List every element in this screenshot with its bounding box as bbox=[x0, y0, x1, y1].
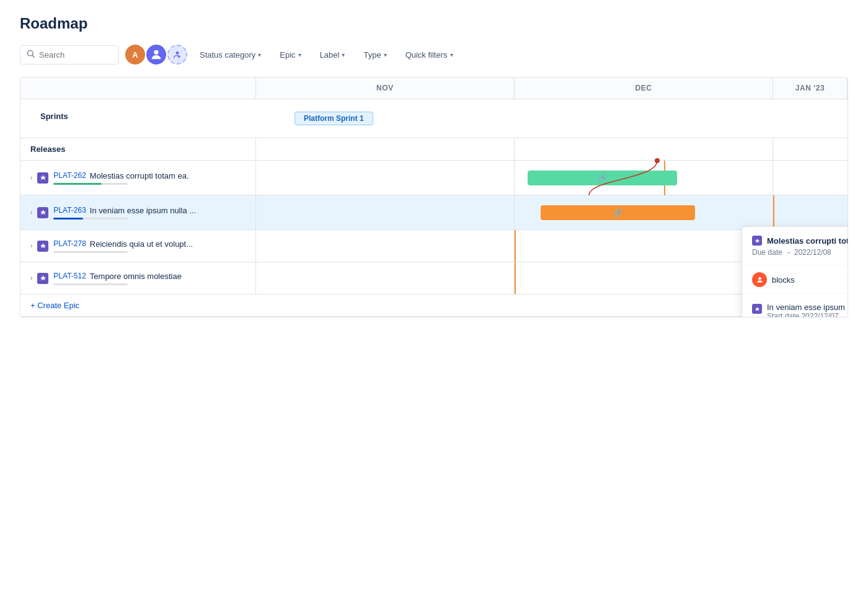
tooltip-blocks-row: blocks ⛓ bbox=[742, 266, 848, 294]
blocks-row-left: blocks bbox=[752, 272, 795, 287]
epic-row-plat-512: › PLAT-512 Tempore omnis molestiae bbox=[20, 262, 848, 295]
timeline-col-dec: DEC bbox=[515, 78, 773, 99]
epic-left-plat-278: › PLAT-278 Reiciendis quia ut et volupt.… bbox=[20, 230, 256, 262]
timeline-col-nov: NOV bbox=[256, 78, 515, 99]
epic-info-plat-262: PLAT-262 Molestias corrupti totam ea. bbox=[53, 171, 188, 185]
epic-row-plat-263: › PLAT-263 In veniam esse ipsum nulla ..… bbox=[20, 195, 848, 230]
filter-label[interactable]: Label ▾ bbox=[314, 47, 352, 63]
epic-info-plat-278: PLAT-278 Reiciendis quia ut et volupt... bbox=[53, 239, 193, 253]
releases-cell-jan bbox=[773, 138, 848, 160]
avatar-group: A bbox=[125, 45, 187, 64]
releases-cell-nov bbox=[256, 138, 515, 160]
due-date-arrow: → bbox=[785, 249, 792, 256]
expand-icon-plat-512[interactable]: › bbox=[30, 275, 32, 282]
epic-row-plat-278: › PLAT-278 Reiciendis quia ut et volupt.… bbox=[20, 230, 848, 262]
epic-left-plat-262: › PLAT-262 Molestias corrupti totam ea. bbox=[20, 161, 256, 195]
epic-info-plat-512: PLAT-512 Tempore omnis molestiae bbox=[53, 272, 182, 285]
progress-fill-plat-263 bbox=[53, 218, 83, 220]
tooltip-first-title: Molestias corrupti totam ea. bbox=[767, 236, 848, 246]
tooltip-second-info: In veniam esse ipsum nulla est c... Star… bbox=[767, 303, 848, 317]
releases-row: Releases bbox=[20, 138, 848, 161]
chevron-down-icon: ▾ bbox=[450, 51, 453, 58]
page-title: Roadmap bbox=[20, 15, 848, 32]
epic-id-plat-512[interactable]: PLAT-512 bbox=[53, 272, 86, 280]
chevron-down-icon: ▾ bbox=[258, 51, 261, 58]
gantt-bar-green-262[interactable]: 🔗 bbox=[528, 171, 677, 185]
link-icon-263: 🔗 bbox=[613, 208, 622, 217]
filter-epic[interactable]: Epic ▾ bbox=[273, 47, 307, 63]
search-box[interactable] bbox=[20, 45, 119, 64]
svg-point-2 bbox=[154, 50, 158, 55]
chevron-down-icon: ▾ bbox=[384, 51, 387, 58]
tooltip-second-title: In veniam esse ipsum nulla est c... bbox=[767, 303, 848, 312]
epic-cell-dec-278 bbox=[515, 230, 773, 262]
tooltip-popup: Molestias corrupti totam ea. Due date → … bbox=[742, 226, 848, 317]
timeline-header: NOV DEC JAN '23 bbox=[20, 78, 848, 99]
create-epic-label[interactable]: + Create Epic bbox=[30, 301, 79, 310]
tooltip-first-meta: Due date → 2022/12/08 bbox=[752, 248, 848, 257]
v-line-dec-512 bbox=[515, 262, 516, 294]
progress-bar-plat-278 bbox=[53, 251, 128, 253]
toolbar: A Status category ▾ Epic ▾ Label ▾ Type … bbox=[20, 45, 848, 64]
sprints-row: Sprints Platform Sprint 1 bbox=[20, 99, 848, 138]
v-line-dec-278 bbox=[515, 230, 516, 262]
epic-icon-plat-512 bbox=[37, 273, 48, 284]
expand-icon-plat-263[interactable]: › bbox=[30, 209, 32, 216]
tooltip-second-header: In veniam esse ipsum nulla est c... Star… bbox=[752, 303, 848, 317]
epic-id-plat-278[interactable]: PLAT-278 bbox=[53, 239, 86, 248]
roadmap-page: Roadmap A Status bbox=[0, 0, 868, 332]
tooltip-second-date: Start date 2022/12/07 bbox=[767, 312, 848, 317]
svg-line-1 bbox=[32, 55, 34, 57]
epic-icon-plat-263 bbox=[37, 207, 48, 218]
gantt-bar-orange-263[interactable]: 🔗 bbox=[541, 205, 696, 220]
progress-fill-plat-262 bbox=[53, 183, 102, 185]
vertical-orange-line bbox=[773, 195, 774, 229]
timeline-col-items bbox=[20, 78, 256, 99]
tooltip-second-epic: In veniam esse ipsum nulla est c... Star… bbox=[742, 294, 848, 317]
blocks-icon bbox=[752, 272, 767, 287]
chevron-down-icon: ▾ bbox=[342, 51, 345, 58]
epic-cell-nov-263 bbox=[256, 195, 515, 229]
timeline-col-jan: JAN '23 bbox=[773, 78, 848, 99]
epic-info-plat-263: PLAT-263 In veniam esse ipsum nulla ... bbox=[53, 206, 196, 220]
epic-cell-dec-263: 🔗 Molestias corrupti totam ea. Due bbox=[515, 195, 773, 229]
avatar-1[interactable]: A bbox=[125, 45, 145, 64]
epic-left-plat-512: › PLAT-512 Tempore omnis molestiae bbox=[20, 262, 256, 294]
avatar-add[interactable] bbox=[167, 45, 187, 64]
link-icon-262: 🔗 bbox=[598, 174, 607, 182]
epic-id-plat-262[interactable]: PLAT-262 bbox=[53, 171, 86, 180]
progress-fill-plat-512 bbox=[53, 283, 76, 285]
epic-row-plat-262: › PLAT-262 Molestias corrupti totam ea. bbox=[20, 161, 848, 195]
epic-title-plat-278: Reiciendis quia ut et volupt... bbox=[90, 239, 193, 249]
due-date-label: Due date bbox=[752, 248, 782, 257]
epic-cell-nov-278 bbox=[256, 230, 515, 262]
releases-label: Releases bbox=[20, 138, 256, 160]
tooltip-first-epic: Molestias corrupti totam ea. Due date → … bbox=[742, 227, 848, 266]
epic-cell-jan-262 bbox=[773, 161, 848, 195]
chevron-down-icon: ▾ bbox=[298, 51, 301, 58]
expand-icon-plat-278[interactable]: › bbox=[30, 242, 32, 249]
epic-cell-nov-512 bbox=[256, 262, 515, 294]
create-epic-row[interactable]: + Create Epic bbox=[20, 295, 848, 317]
progress-bar-plat-262 bbox=[53, 183, 128, 185]
epic-cell-dec-512 bbox=[515, 262, 773, 294]
epic-title-plat-263: In veniam esse ipsum nulla ... bbox=[90, 206, 196, 215]
filter-quick-filters[interactable]: Quick filters ▾ bbox=[399, 47, 459, 63]
epic-cell-dec-262: 🔗 bbox=[515, 161, 773, 195]
filter-type[interactable]: Type ▾ bbox=[357, 47, 392, 63]
expand-icon-plat-262[interactable]: › bbox=[30, 174, 32, 181]
sprint-chip[interactable]: Platform Sprint 1 bbox=[294, 112, 373, 125]
epic-cell-nov-262 bbox=[256, 161, 515, 195]
epic-cell-jan-263 bbox=[773, 195, 848, 229]
filter-status-category[interactable]: Status category ▾ bbox=[193, 47, 267, 63]
tooltip-first-header: Molestias corrupti totam ea. bbox=[752, 236, 848, 246]
search-input[interactable] bbox=[39, 50, 112, 60]
epic-title-plat-512: Tempore omnis molestiae bbox=[90, 272, 182, 281]
epic-left-plat-263: › PLAT-263 In veniam esse ipsum nulla ..… bbox=[20, 195, 256, 229]
epic-icon-plat-278 bbox=[37, 241, 48, 252]
progress-bar-plat-512 bbox=[53, 283, 128, 285]
epic-title-plat-262: Molestias corrupti totam ea. bbox=[90, 171, 189, 180]
epic-id-plat-263[interactable]: PLAT-263 bbox=[53, 206, 86, 215]
avatar-2[interactable] bbox=[146, 45, 166, 64]
progress-fill-plat-278 bbox=[53, 251, 72, 253]
